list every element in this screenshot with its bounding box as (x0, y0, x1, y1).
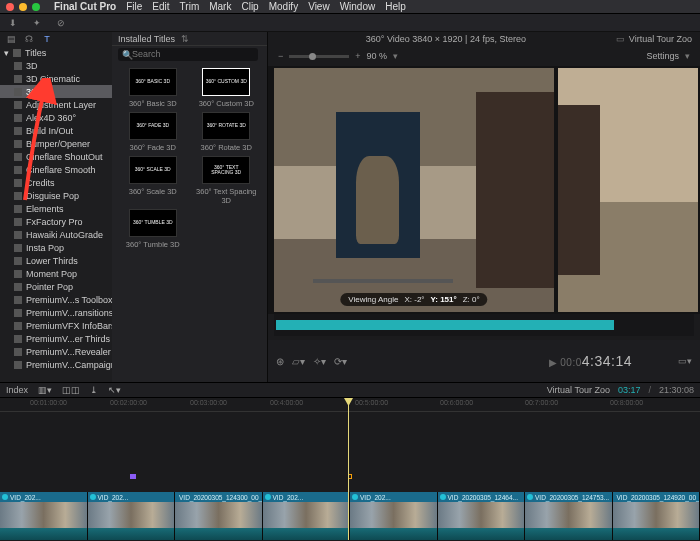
keyword-icon[interactable]: ✦ (30, 16, 44, 30)
sidebar-item[interactable]: PremiumV...s Toolbox (0, 293, 112, 306)
sidebar-tab-icons: ▤ ☊ T (0, 32, 112, 46)
timeline-clip[interactable]: VID_20200305_124300_00_009 (175, 492, 263, 540)
title-thumb[interactable]: 360° CUSTOM 3D360° Custom 3D (192, 68, 262, 108)
category-icon (14, 348, 22, 356)
tools-popover-icon[interactable]: ↖▾ (108, 385, 121, 395)
view-popover-icon[interactable]: ▭▾ (678, 356, 692, 366)
clip-appearance-icon[interactable]: ▥▾ (38, 385, 52, 395)
trim-tool-icon[interactable]: ◫◫ (62, 385, 80, 395)
search-input[interactable] (118, 48, 258, 61)
transform-icon[interactable]: ▱▾ (292, 356, 305, 367)
empty-track-area[interactable] (0, 412, 700, 472)
zoom-in-icon[interactable]: + (355, 51, 360, 61)
title-thumb[interactable]: 360° ROTATE 3D360° Rotate 3D (192, 112, 262, 152)
sidebar-item[interactable]: Elements (0, 202, 112, 215)
sidebar-item[interactable]: PremiumV...er Thirds (0, 332, 112, 345)
sidebar-item[interactable]: PremiumV...Revealer (0, 345, 112, 358)
sidebar-item[interactable]: Credits (0, 176, 112, 189)
timeline-clip[interactable]: VID_20200305_12464... (438, 492, 526, 540)
sidebar-item[interactable]: Hawaiki AutoGrade (0, 228, 112, 241)
sidebar-item[interactable]: Alex4D 360° (0, 111, 112, 124)
title-thumb[interactable]: 360° BASIC 3D360° Basic 3D (118, 68, 188, 108)
ruler-tick: 00:01:00:00 (30, 399, 67, 406)
menu-trim[interactable]: Trim (180, 1, 200, 12)
sidebar-item[interactable]: Cineflare Smooth (0, 163, 112, 176)
category-icon (14, 88, 22, 96)
browser: ▤ ☊ T ▾ Titles 3D3D Cinematic360°Adjustm… (0, 32, 268, 382)
sidebar-item[interactable]: Bumper/Opener (0, 137, 112, 150)
retime-icon[interactable]: ⟳▾ (334, 356, 347, 367)
title-thumb[interactable]: 360° SCALE 3D360° Scale 3D (118, 156, 188, 205)
close-window-button[interactable] (6, 3, 14, 11)
zoom-slider[interactable] (289, 55, 349, 58)
secondary-viewport[interactable] (558, 68, 698, 312)
primary-storyline[interactable]: VID_202...VID_202...VID_20200305_124300_… (0, 492, 700, 540)
zoom-out-icon[interactable]: − (278, 51, 283, 61)
sidebar-item[interactable]: Disguise Pop (0, 189, 112, 202)
sidebar-item[interactable]: Cineflare ShoutOut (0, 150, 112, 163)
globe-icon[interactable]: ⊛ (276, 356, 284, 367)
sidebar-item[interactable]: PremiumV...Campaign (0, 358, 112, 371)
sidebar-root-titles[interactable]: ▾ Titles (0, 46, 112, 59)
sidebar-item[interactable]: Insta Pop (0, 241, 112, 254)
sidebar-item[interactable]: Lower Thirds (0, 254, 112, 267)
library-icon[interactable]: ▤ (4, 32, 18, 46)
sidebar-item[interactable]: PremiumVFX InfoBars (0, 319, 112, 332)
sidebar-item-label: 3D Cinematic (26, 74, 80, 84)
sidebar-item[interactable]: 3D Cinematic (0, 72, 112, 85)
settings-label[interactable]: Settings (646, 51, 679, 61)
menubar: Final Cut Pro File Edit Trim Mark Clip M… (0, 0, 700, 14)
sidebar-item[interactable]: Moment Pop (0, 267, 112, 280)
import-icon[interactable]: ⬇ (6, 16, 20, 30)
insert-tool-icon[interactable]: ⤓ (90, 385, 98, 395)
titles-sidebar: ▤ ☊ T ▾ Titles 3D3D Cinematic360°Adjustm… (0, 32, 112, 382)
titles-icon[interactable]: T (40, 32, 54, 46)
sidebar-item[interactable]: FxFactory Pro (0, 215, 112, 228)
timeline-clip[interactable]: VID_20200305_124753... (525, 492, 613, 540)
timeline[interactable]: 00:01:00:0000:02:00:0000:03:00:0000:4:00… (0, 398, 700, 540)
title-thumb[interactable]: 360° TUMBLE 3D360° Tumble 3D (118, 209, 188, 249)
marker-purple[interactable] (130, 474, 136, 479)
bg-tasks-icon[interactable]: ⊘ (54, 16, 68, 30)
clip-thumbnail-strip (350, 502, 437, 528)
sidebar-item[interactable]: PremiumV...ransitions (0, 306, 112, 319)
clip-audio-waveform (0, 528, 87, 540)
playhead[interactable] (348, 398, 349, 540)
main-viewport[interactable]: Viewing Angle X: -2° Y: 151° Z: 0° (274, 68, 554, 312)
sidebar-item[interactable]: 3D (0, 59, 112, 72)
ruler-tick: 00:5:00:00 (355, 399, 388, 406)
titles-folder-icon (13, 49, 21, 57)
enhance-icon[interactable]: ✧▾ (313, 356, 326, 367)
title-thumb[interactable]: 360° FADE 3D360° Fade 3D (118, 112, 188, 152)
timeline-clip[interactable]: VID_202... (0, 492, 88, 540)
clip-audio-waveform (263, 528, 350, 540)
menu-file[interactable]: File (126, 1, 142, 12)
menu-clip[interactable]: Clip (241, 1, 258, 12)
menu-modify[interactable]: Modify (269, 1, 298, 12)
skimmer-strip[interactable] (274, 314, 694, 336)
photos-icon[interactable]: ☊ (22, 32, 36, 46)
chevron-down-icon[interactable]: ▾ (685, 51, 690, 61)
minimize-window-button[interactable] (19, 3, 27, 11)
sidebar-item[interactable]: Build In/Out (0, 124, 112, 137)
sidebar-item[interactable]: Pointer Pop (0, 280, 112, 293)
sidebar-item[interactable]: 360° (0, 85, 112, 98)
timeline-current: 03:17 (618, 385, 641, 395)
menu-edit[interactable]: Edit (152, 1, 169, 12)
timeline-clip[interactable]: VID_20200305_124920_00_014 (613, 492, 701, 540)
title-thumb[interactable]: 360° TEXT SPACING 3D360° Text Spacing 3D (192, 156, 262, 205)
menu-window[interactable]: Window (340, 1, 376, 12)
chevron-down-icon[interactable]: ▾ (393, 51, 398, 61)
viewer: 360° Video 3840 × 1920 | 24 fps, Stereo … (268, 32, 700, 382)
clip-header: VID_20200305_124300_00_009 (175, 492, 262, 502)
index-label[interactable]: Index (6, 385, 28, 395)
zoom-window-button[interactable] (32, 3, 40, 11)
timeline-clip[interactable]: VID_202... (350, 492, 438, 540)
sort-icon[interactable]: ⇅ (181, 34, 189, 44)
menu-view[interactable]: View (308, 1, 330, 12)
timeline-clip[interactable]: VID_202... (88, 492, 176, 540)
timeline-clip[interactable]: VID_202... (263, 492, 351, 540)
menu-mark[interactable]: Mark (209, 1, 231, 12)
sidebar-item[interactable]: Adjustment Layer (0, 98, 112, 111)
menu-help[interactable]: Help (385, 1, 406, 12)
